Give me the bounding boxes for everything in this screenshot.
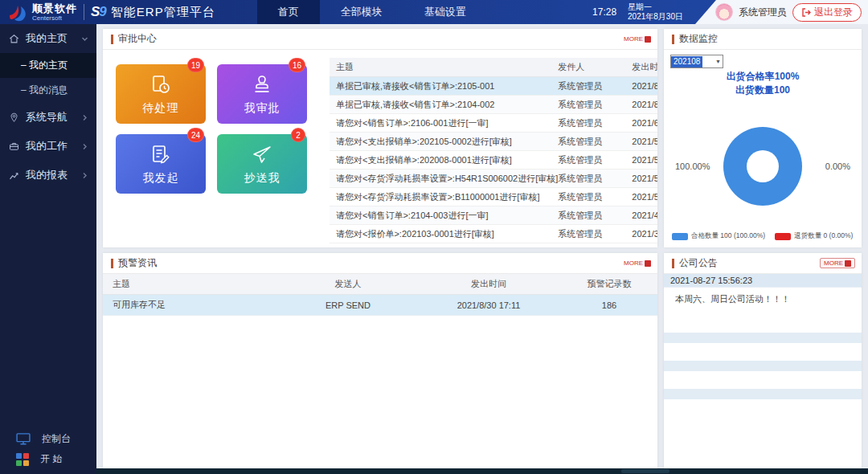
more-icon <box>645 260 651 267</box>
row-time: 2021/8/5 16:38 <box>632 100 657 109</box>
announcement-date[interactable]: 2021-08-27 15:56:23 <box>664 274 862 288</box>
tile-label: 抄送我 <box>244 171 280 186</box>
user-zone: 系统管理员 退出登录 <box>715 0 862 24</box>
logo-divider <box>84 4 84 20</box>
more-label: MORE <box>624 35 643 43</box>
approval-table-header: 主题 发件人 发出时间 <box>330 58 657 77</box>
logout-label: 退出登录 <box>814 6 853 19</box>
logo-en-text: Centersoft <box>32 15 77 22</box>
row-sender: 系统管理员 <box>558 210 632 222</box>
approval-more-link[interactable]: MORE <box>624 35 651 43</box>
sidebar-subitem-my-home[interactable]: 我的主页 <box>0 53 96 78</box>
tile-label: 我审批 <box>244 101 280 116</box>
sidebar-item-label: 我的主页 <box>26 31 76 46</box>
row-subject: 请您对<支出报销单>:202008-0001进行[审核] <box>330 154 558 166</box>
tab-home[interactable]: 首页 <box>257 0 320 24</box>
tile-label: 待处理 <box>143 101 179 116</box>
user-name: 系统管理员 <box>739 6 787 19</box>
chart-legend: 合格数量 100 (100.00%) 退货数量 0 (0.00%) <box>672 231 858 241</box>
announcements-panel-header: 公司公告 MORE <box>664 253 862 274</box>
table-row[interactable]: 请您对<销售订单>:2106-001进行[一审] 系统管理员 2021/6/5 … <box>330 114 657 133</box>
row-subject: 请您对<报价单>:202103-0001进行[审核] <box>330 228 558 240</box>
approval-tiles: 19 待处理 16 我审批 <box>116 64 318 243</box>
alerts-title: 预警资讯 <box>118 256 157 270</box>
tile-cc-me[interactable]: 2 抄送我 <box>217 134 307 194</box>
donut-chart <box>723 127 802 206</box>
table-row[interactable]: 单据已审核,请接收<销售订单>:2105-001 系统管理员 2021/8/14… <box>330 77 657 96</box>
alerts-more-link[interactable]: MORE <box>624 259 651 267</box>
row-time: 2021/5/22 17:41 <box>632 137 657 146</box>
empty-announcement-slot <box>664 389 862 399</box>
more-label: MORE <box>624 259 643 267</box>
console-button[interactable]: 控制台 <box>16 432 71 446</box>
monitor-panel-header: 数据监控 <box>664 29 862 50</box>
row-subject: 请您对<存货浮动耗损率设置>:B11000001进行[审核] <box>330 191 558 203</box>
table-row[interactable]: 请您对<存货浮动耗损率设置>:H54R1S006002进行[审核] 系统管理员 … <box>330 170 657 188</box>
table-row[interactable]: 请您对<销售订单>:2104-003进行[一审] 系统管理员 2021/4/23… <box>330 206 657 225</box>
col-subject: 主题 <box>103 278 280 290</box>
data-monitor-panel: 数据监控 202108 ▼ 出货合格率100% 出货数量100 100.00% … <box>664 29 862 247</box>
announcements-more-link[interactable]: MORE <box>820 258 855 268</box>
chevron-right-icon <box>81 172 88 179</box>
tile-initiated[interactable]: 24 我发起 <box>116 134 206 194</box>
tile-pending[interactable]: 19 待处理 <box>116 64 206 124</box>
briefcase-icon <box>8 141 20 153</box>
row-time: 2021/6/5 14:58 <box>632 118 657 128</box>
sidebar-item-system-nav[interactable]: 系统导航 <box>0 103 96 132</box>
alerts-panel: 预警资讯 MORE 主题 发送人 发出时间 预警记录数 可用库存不足 ERP S… <box>103 253 657 468</box>
table-row[interactable]: 请您对<报价单>:202103-0001进行[审核] 系统管理员 2021/3/… <box>330 225 657 243</box>
console-label: 控制台 <box>42 432 71 446</box>
sidebar-item-my-work[interactable]: 我的工作 <box>0 132 96 161</box>
tab-basic-settings[interactable]: 基础设置 <box>403 0 487 24</box>
alerts-panel-header: 预警资讯 MORE <box>103 253 657 274</box>
title-accent-bar <box>111 259 113 268</box>
logout-icon <box>801 8 811 17</box>
sidebar-item-my-reports[interactable]: 我的报表 <box>0 161 96 190</box>
monitor-body: 202108 ▼ 出货合格率100% 出货数量100 100.00% 0.00%… <box>664 50 862 247</box>
table-row[interactable]: 单据已审核,请接收<销售订单>:2104-002 系统管理员 2021/8/5 … <box>330 96 657 114</box>
legend-item-return: 退货数量 0 (0.00%) <box>775 231 853 241</box>
row-sender: 系统管理员 <box>558 173 632 185</box>
sidebar-item-my-home[interactable]: 我的主页 <box>0 24 96 53</box>
weekday: 星期一 <box>628 2 683 13</box>
legend-swatch-blue <box>672 233 688 240</box>
tile-my-approvals[interactable]: 16 我审批 <box>217 64 307 124</box>
col-subject: 主题 <box>330 61 558 73</box>
col-sender: 发件人 <box>558 61 632 73</box>
row-subject: 请您对<存货浮动耗损率设置>:H54R1S006002进行[审核] <box>330 173 558 185</box>
chevron-down-icon <box>81 35 88 43</box>
period-select[interactable]: 202108 ▼ <box>670 55 723 68</box>
table-row[interactable]: 可用库存不足 ERP SEND 2021/8/30 17:11 186 <box>103 295 657 316</box>
row-time: 2021/4/23 14:06 <box>632 210 657 220</box>
legend-item-pass: 合格数量 100 (100.00%) <box>672 231 765 241</box>
stamp-icon <box>250 73 274 97</box>
date: 2021年8月30日 <box>628 12 683 22</box>
period-value: 202108 <box>671 56 702 67</box>
chevron-down-icon: ▼ <box>715 59 723 64</box>
legend-swatch-red <box>775 233 791 240</box>
start-button[interactable]: 开 始 <box>16 452 71 466</box>
tab-all-modules[interactable]: 全部模块 <box>320 0 403 24</box>
ship-qty-text: 出货数量100 <box>670 84 855 97</box>
s9-product-mark: S9 <box>91 4 106 20</box>
announcements-title: 公司公告 <box>679 256 718 270</box>
col-count: 预警记录数 <box>561 278 657 290</box>
table-row[interactable]: 请您对<支出报销单>:202105-0002进行[审核] 系统管理员 2021/… <box>330 133 657 151</box>
row-sender: 系统管理员 <box>558 154 632 166</box>
user-avatar[interactable] <box>715 3 733 21</box>
console-icon <box>16 433 31 445</box>
row-time: 2021/8/30 17:11 <box>416 300 561 310</box>
hscroll-thumb[interactable] <box>621 469 669 473</box>
approval-body: 19 待处理 16 我审批 <box>103 50 657 247</box>
horizontal-scrollbar[interactable] <box>96 468 868 474</box>
table-row[interactable]: 请您对<支出报销单>:202008-0001进行[审核] 系统管理员 2021/… <box>330 151 657 170</box>
main-nav: 首页 全部模块 基础设置 <box>257 0 487 24</box>
table-row[interactable]: 请您对<存货浮动耗损率设置>:B11000001进行[审核] 系统管理员 202… <box>330 188 657 206</box>
row-sender: ERP SEND <box>280 300 416 310</box>
logout-button[interactable]: 退出登录 <box>792 3 862 22</box>
pending-count-badge: 19 <box>187 58 204 72</box>
monitor-title: 数据监控 <box>679 32 718 46</box>
sidebar-subitem-my-messages[interactable]: 我的消息 <box>0 78 96 103</box>
centersoft-logo-icon <box>6 2 27 22</box>
alerts-table-header: 主题 发送人 发出时间 预警记录数 <box>103 274 657 295</box>
